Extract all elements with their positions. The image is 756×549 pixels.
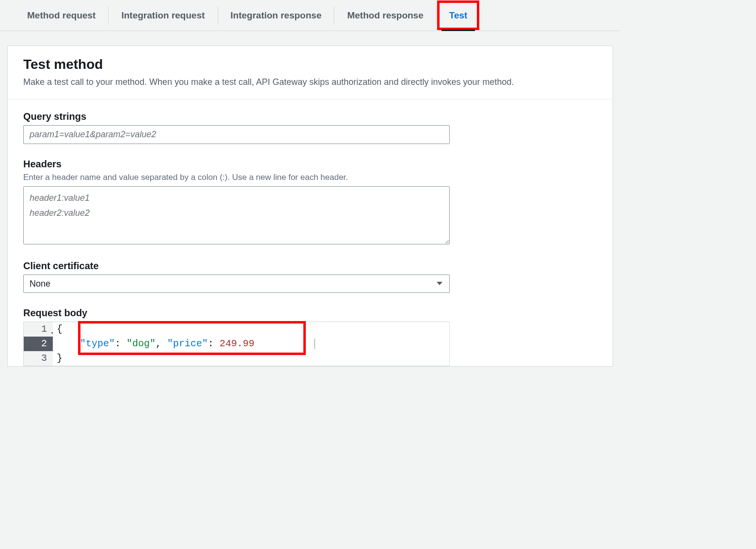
tab-test[interactable]: Test bbox=[437, 0, 480, 31]
tab-integration-request[interactable]: Integration request bbox=[109, 0, 217, 31]
client-certificate-select-wrap: None bbox=[23, 274, 450, 293]
code-token-key: "type" bbox=[80, 338, 115, 349]
tabs-row: Method requestIntegration requestIntegra… bbox=[0, 0, 620, 31]
client-certificate-label: Client certificate bbox=[23, 260, 597, 272]
code-token-key: "price" bbox=[167, 338, 208, 349]
test-method-panel: Test method Make a test call to your met… bbox=[7, 46, 613, 367]
request-body-editor[interactable]: 1▾{2 "type": "dog", "price": 249.993} bbox=[23, 322, 450, 366]
code-line[interactable]: 3} bbox=[24, 351, 449, 366]
gutter-line-number: 3 bbox=[24, 351, 53, 366]
client-certificate-group: Client certificate None bbox=[23, 260, 597, 293]
client-certificate-select[interactable]: None bbox=[23, 274, 450, 293]
code-content[interactable]: { bbox=[53, 322, 449, 337]
headers-label: Headers bbox=[23, 159, 597, 170]
code-token-str: "dog" bbox=[126, 338, 156, 349]
request-body-group: Request body 1▾{2 "type": "dog", "price"… bbox=[23, 307, 597, 366]
headers-group: Headers Enter a header name and value se… bbox=[23, 159, 597, 246]
tab-label: Method request bbox=[27, 10, 95, 21]
request-body-label: Request body bbox=[23, 307, 597, 319]
tab-integration-response[interactable]: Integration response bbox=[218, 0, 334, 31]
tab-underline bbox=[441, 30, 475, 31]
tab-label: Integration request bbox=[121, 10, 205, 21]
panel-title: Test method bbox=[23, 57, 597, 72]
gutter-line-number: 1▾ bbox=[24, 322, 53, 337]
gutter-line-number: 2 bbox=[24, 337, 53, 351]
tab-label: Integration response bbox=[231, 10, 322, 21]
code-line[interactable]: 2 "type": "dog", "price": 249.99 bbox=[24, 337, 449, 351]
text-cursor bbox=[315, 339, 315, 349]
code-token-punct: , bbox=[156, 338, 167, 349]
query-strings-input[interactable] bbox=[23, 125, 450, 144]
tab-label: Test bbox=[449, 10, 468, 21]
code-token-num: 249.99 bbox=[220, 338, 254, 349]
query-strings-group: Query strings bbox=[23, 111, 597, 144]
tab-method-request[interactable]: Method request bbox=[15, 0, 108, 31]
code-token-brace: } bbox=[57, 353, 63, 364]
tab-method-response[interactable]: Method response bbox=[334, 0, 436, 31]
tab-label: Method response bbox=[347, 10, 423, 21]
panel-description: Make a test call to your method. When yo… bbox=[23, 76, 597, 88]
panel-header: Test method Make a test call to your met… bbox=[8, 46, 613, 99]
headers-textarea[interactable] bbox=[23, 186, 450, 244]
code-line[interactable]: 1▾{ bbox=[24, 322, 449, 337]
code-content[interactable]: "type": "dog", "price": 249.99 bbox=[53, 337, 449, 351]
code-content[interactable]: } bbox=[53, 351, 449, 366]
query-strings-label: Query strings bbox=[23, 111, 597, 122]
code-token-punct: : bbox=[208, 338, 220, 349]
code-token-brace: { bbox=[57, 323, 63, 335]
headers-hint: Enter a header name and value separated … bbox=[23, 173, 597, 182]
panel-body: Query strings Headers Enter a header nam… bbox=[8, 99, 613, 366]
code-token-punct: : bbox=[115, 338, 126, 349]
